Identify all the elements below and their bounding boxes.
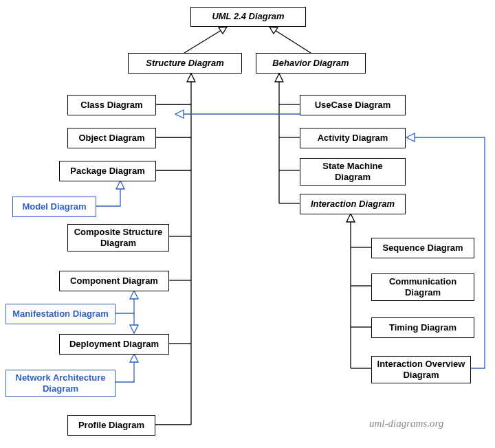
svg-marker-6 <box>130 291 138 299</box>
node-structure: Structure Diagram <box>128 53 242 74</box>
node-profile: Profile Diagram <box>67 415 155 436</box>
node-usecase: UseCase Diagram <box>300 95 406 115</box>
svg-marker-4 <box>346 214 355 222</box>
node-object: Object Diagram <box>67 128 156 148</box>
svg-marker-1 <box>270 27 278 34</box>
node-statemachine: State Machine Diagram <box>300 158 406 186</box>
svg-marker-0 <box>219 27 227 34</box>
svg-marker-3 <box>275 74 283 82</box>
node-sequence: Sequence Diagram <box>371 238 474 258</box>
svg-marker-9 <box>175 110 184 118</box>
node-component: Component Diagram <box>59 271 169 291</box>
node-overview: Interaction Overview Diagram <box>371 356 471 383</box>
node-deployment: Deployment Diagram <box>59 334 169 355</box>
node-behavior: Behavior Diagram <box>256 53 366 74</box>
node-package: Package Diagram <box>59 161 156 181</box>
node-activity: Activity Diagram <box>300 128 406 148</box>
svg-marker-2 <box>187 74 195 82</box>
node-uml-root: UML 2.4 Diagram <box>190 7 306 27</box>
node-manifestation: Manifestation Diagram <box>6 304 116 324</box>
svg-marker-5 <box>116 181 124 189</box>
node-model: Model Diagram <box>12 197 96 217</box>
svg-marker-10 <box>406 133 415 142</box>
node-timing: Timing Diagram <box>371 317 474 338</box>
watermark: uml-diagrams.org <box>369 418 443 429</box>
node-network: Network Architecture Diagram <box>6 370 116 397</box>
node-class: Class Diagram <box>67 95 156 115</box>
node-interaction: Interaction Diagram <box>300 194 406 214</box>
svg-marker-8 <box>130 354 138 362</box>
node-composite: Composite Structure Diagram <box>67 224 169 251</box>
svg-marker-7 <box>130 325 138 333</box>
node-communication: Communication Diagram <box>371 273 474 301</box>
